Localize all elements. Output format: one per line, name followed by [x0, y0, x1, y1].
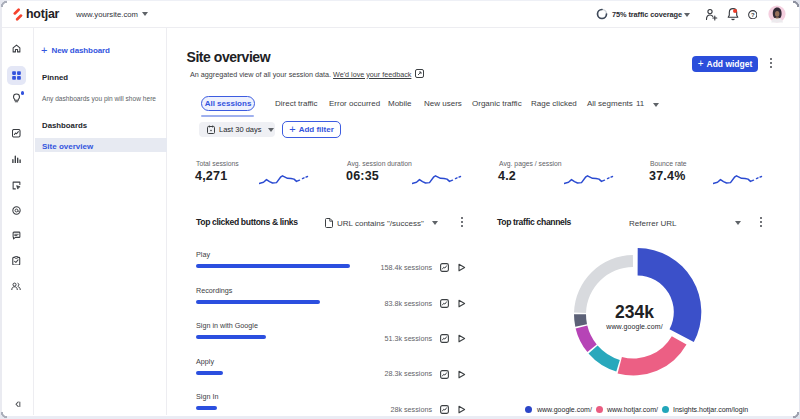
svg-text:?: ?: [750, 11, 754, 17]
